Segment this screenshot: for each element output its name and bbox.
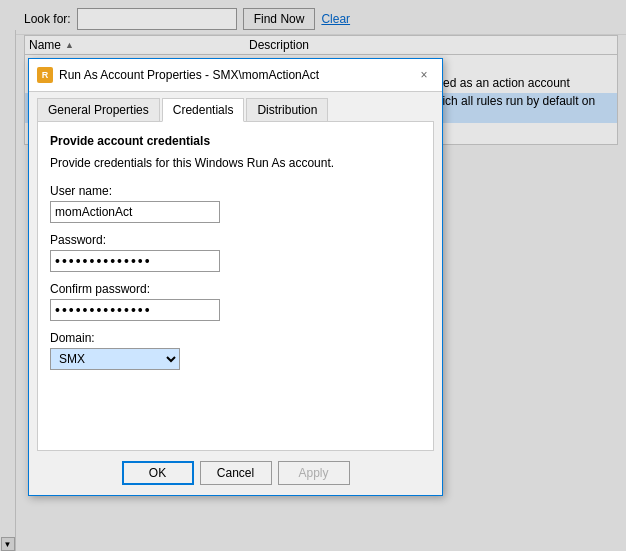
apply-button[interactable]: Apply — [278, 461, 350, 485]
dialog-close-button[interactable]: × — [414, 65, 434, 85]
credentials-tab-content: Provide account credentials Provide cred… — [37, 121, 434, 451]
username-group: User name: — [50, 184, 421, 223]
dialog-title-icon: R — [37, 67, 53, 83]
tab-distribution[interactable]: Distribution — [246, 98, 328, 121]
cancel-button[interactable]: Cancel — [200, 461, 272, 485]
username-label: User name: — [50, 184, 421, 198]
domain-select[interactable]: SMX WORKGROUP — [50, 348, 180, 370]
tab-general-properties[interactable]: General Properties — [37, 98, 160, 121]
tab-credentials[interactable]: Credentials — [162, 98, 245, 122]
confirm-password-input[interactable] — [50, 299, 220, 321]
section-title: Provide account credentials — [50, 134, 421, 148]
confirm-password-label: Confirm password: — [50, 282, 421, 296]
dialog-tabs: General Properties Credentials Distribut… — [29, 92, 442, 121]
password-input[interactable] — [50, 250, 220, 272]
confirm-password-group: Confirm password: — [50, 282, 421, 321]
domain-group: Domain: SMX WORKGROUP — [50, 331, 421, 370]
password-label: Password: — [50, 233, 421, 247]
dialog-title: Run As Account Properties - SMX\momActio… — [59, 68, 319, 82]
domain-label: Domain: — [50, 331, 421, 345]
run-as-account-dialog: R Run As Account Properties - SMX\momAct… — [28, 58, 443, 496]
domain-row: SMX WORKGROUP — [50, 348, 421, 370]
ok-button[interactable]: OK — [122, 461, 194, 485]
section-subtitle: Provide credentials for this Windows Run… — [50, 156, 421, 170]
password-group: Password: — [50, 233, 421, 272]
username-input[interactable] — [50, 201, 220, 223]
dialog-titlebar: R Run As Account Properties - SMX\momAct… — [29, 59, 442, 92]
dialog-buttons: OK Cancel Apply — [29, 451, 442, 495]
